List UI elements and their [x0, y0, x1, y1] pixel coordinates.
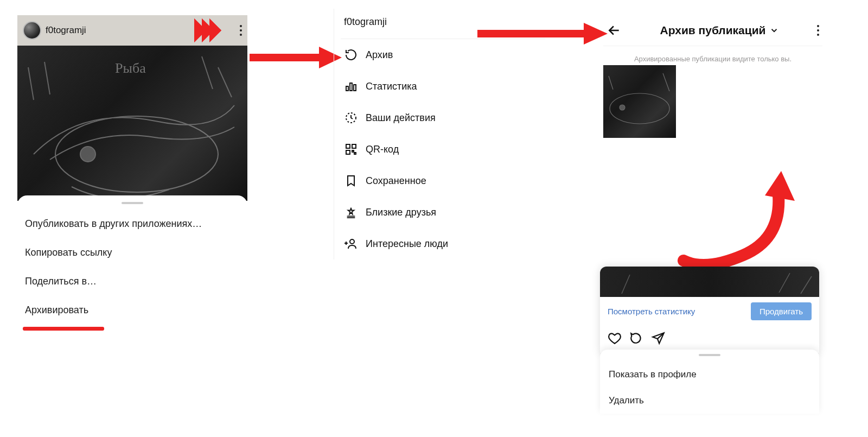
svg-point-23 — [610, 93, 669, 124]
svg-text:Рыба: Рыба — [115, 60, 146, 76]
menu-item-label: QR-код — [366, 144, 399, 155]
menu-item-statistics[interactable]: Статистика — [341, 71, 545, 102]
panel-post-with-bottomsheet: f0togramji Рыба Опубликовать в других пр… — [17, 15, 247, 331]
menu-item-qr-code[interactable]: QR-код — [341, 134, 545, 165]
svg-marker-25 — [765, 171, 795, 201]
menu-item-saved[interactable]: Сохраненное — [341, 165, 545, 197]
post-username[interactable]: f0togramji — [46, 25, 86, 36]
kebab-menu-icon[interactable] — [817, 25, 819, 36]
close-friends-icon — [344, 205, 358, 219]
menu-item-your-activity[interactable]: Ваши действия — [341, 102, 545, 134]
svg-point-1 — [80, 147, 95, 162]
svg-rect-5 — [346, 86, 348, 91]
svg-rect-11 — [346, 150, 350, 154]
menu-item-label: Ваши действия — [366, 112, 436, 124]
promote-button[interactable]: Продвигать — [751, 302, 812, 320]
panel-archived-post-card: Посмотреть статистику Продвигать Показат… — [600, 267, 819, 414]
menu-item-label: Сохраненное — [366, 175, 426, 187]
like-icon[interactable] — [608, 331, 622, 345]
sheet-item-share[interactable]: Поделиться в… — [17, 267, 247, 296]
stats-icon — [344, 79, 358, 93]
view-statistics-link[interactable]: Посмотреть статистику — [608, 307, 695, 316]
sheet-item-show-in-profile[interactable]: Показать в профиле — [600, 362, 819, 388]
svg-rect-6 — [350, 83, 352, 91]
sheet-item-archive[interactable]: Архивировать — [17, 296, 247, 325]
bookmark-icon — [344, 174, 358, 188]
archive-thumbnail[interactable] — [603, 65, 676, 138]
menu-item-label: Интересные люди — [366, 238, 448, 250]
post-image-band — [600, 267, 819, 297]
red-arrow-2 — [477, 21, 608, 47]
share-icon[interactable] — [651, 331, 665, 345]
qr-icon — [344, 142, 358, 156]
svg-rect-7 — [354, 85, 356, 91]
activity-icon — [344, 111, 358, 125]
sheet-item-copy-link[interactable]: Копировать ссылку — [17, 238, 247, 267]
avatar[interactable] — [23, 21, 41, 40]
red-chevrons-decoration — [199, 18, 221, 42]
bottom-sheet: Опубликовать в других приложениях… Копир… — [17, 195, 247, 331]
menu-item-label: Близкие друзья — [366, 207, 436, 218]
svg-rect-13 — [354, 153, 356, 154]
archive-title-text: Архив публикаций — [660, 24, 765, 37]
menu-list: Архив Статистика Ваши действия QR-код Со… — [341, 39, 545, 259]
sheet-item-publish-other-apps[interactable]: Опубликовать в других приложениях… — [17, 210, 247, 238]
menu-item-label: Архив — [366, 49, 393, 61]
fish-illustration: Рыба — [17, 46, 247, 201]
red-arrow-1 — [250, 45, 342, 71]
menu-item-close-friends[interactable]: Близкие друзья — [341, 197, 545, 228]
panel-archive: Архив публикаций Архивированные публикац… — [603, 15, 822, 138]
menu-item-label: Статистика — [366, 81, 417, 92]
archive-notice: Архивированные публикации видите только … — [603, 46, 822, 65]
sheet-item-delete[interactable]: Удалить — [600, 388, 819, 414]
sheet-handle[interactable] — [122, 202, 143, 204]
red-underline-highlight — [23, 327, 104, 331]
svg-point-24 — [620, 105, 625, 110]
back-arrow-icon[interactable] — [607, 23, 622, 38]
svg-rect-12 — [352, 150, 354, 152]
menu-item-discover-people[interactable]: Интересные люди — [341, 228, 545, 259]
post-header: f0togramji — [17, 15, 247, 46]
post-image[interactable]: Рыба — [17, 46, 247, 201]
kebab-menu-icon[interactable] — [240, 25, 242, 36]
post-actions — [600, 326, 819, 353]
svg-rect-10 — [352, 144, 356, 148]
archive-icon — [344, 48, 358, 62]
sheet-handle[interactable] — [699, 354, 720, 356]
comment-icon[interactable] — [629, 331, 643, 345]
archive-header: Архив публикаций — [603, 15, 822, 46]
red-curved-arrow — [673, 168, 808, 277]
svg-rect-9 — [346, 144, 350, 148]
bottom-sheet-archive-actions: Показать в профиле Удалить — [600, 350, 819, 414]
archive-title[interactable]: Архив публикаций — [622, 24, 817, 37]
svg-point-17 — [350, 239, 354, 244]
svg-marker-14 — [348, 208, 354, 214]
stats-row: Посмотреть статистику Продвигать — [600, 297, 819, 326]
add-person-icon — [344, 237, 358, 251]
chevron-down-icon — [769, 26, 779, 35]
